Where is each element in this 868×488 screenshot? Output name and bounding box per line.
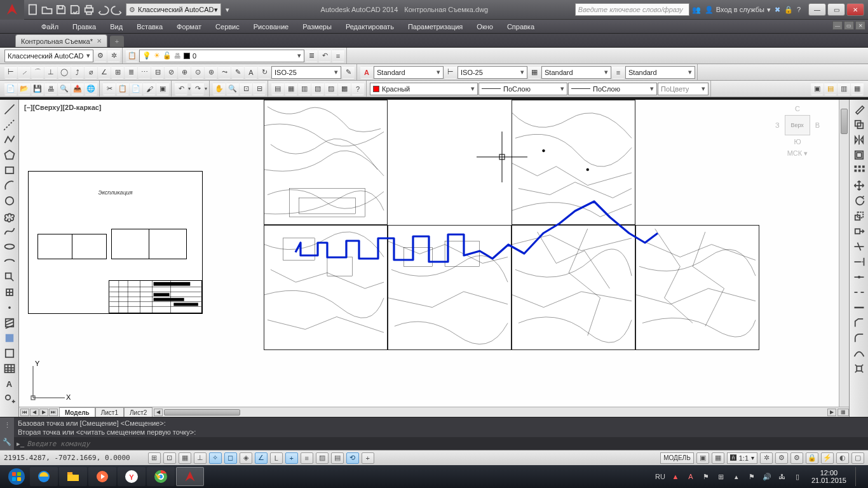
layer-match-icon[interactable]: ≡ (332, 50, 344, 62)
tablestyle-icon[interactable]: ▦ (528, 66, 541, 79)
mdi-restore-button[interactable]: ▭ (844, 21, 854, 30)
menu-dimension[interactable]: Размеры (295, 20, 339, 33)
menu-insert[interactable]: Вставка (130, 20, 170, 33)
qat-saveas-icon[interactable] (69, 3, 81, 16)
tab-prev-icon[interactable]: ◀ (30, 409, 39, 416)
threedwf-icon[interactable]: 🌐 (85, 83, 97, 95)
ellipse-arc-icon[interactable] (3, 255, 17, 269)
qat-open-icon[interactable] (41, 3, 53, 16)
materials-icon[interactable]: ▤ (824, 83, 837, 95)
dim-quick-icon[interactable]: ⊞ (111, 66, 124, 79)
join-icon[interactable] (852, 301, 866, 315)
viewcube-face[interactable]: Верх (785, 115, 810, 135)
workspace-save-icon[interactable]: ✲ (107, 50, 120, 62)
command-input[interactable] (27, 440, 865, 448)
insert-block-icon[interactable] (3, 270, 17, 284)
dim-continue-icon[interactable]: ⋯ (138, 66, 151, 79)
tray-battery-icon[interactable]: ▯ (792, 471, 803, 482)
inspect-icon[interactable]: ⊛ (205, 66, 217, 79)
help-btn-icon[interactable]: ? (351, 83, 364, 95)
publish-icon[interactable]: 📤 (71, 83, 84, 95)
window-maximize-button[interactable]: ▭ (827, 3, 845, 16)
construction-line-icon[interactable] (3, 118, 17, 132)
stayconnected-icon[interactable]: 🔒 (784, 6, 793, 14)
center-mark-icon[interactable]: ⊙ (191, 66, 204, 79)
dim-linear-icon[interactable]: ⊢ (4, 66, 17, 79)
transparency-icon[interactable]: ▨ (316, 452, 329, 464)
workspace-combo[interactable]: Классический AutoCAD▾ (4, 50, 93, 62)
start-button[interactable] (4, 466, 29, 487)
sheetset-icon[interactable]: ▧ (311, 83, 324, 95)
coordinate-readout[interactable]: 21915.4287, -7072.1669, 0.0000 (4, 454, 130, 462)
qat-print-icon[interactable] (83, 3, 95, 16)
dim-aligned-icon[interactable]: ⟋ (18, 66, 31, 79)
menu-window[interactable]: Окно (470, 20, 500, 33)
toolbar-lock-icon[interactable]: 🔒 (806, 452, 818, 464)
dim-break-icon[interactable]: ⊘ (165, 66, 177, 79)
help-icon[interactable]: ? (797, 6, 801, 13)
menu-help[interactable]: Справка (500, 20, 541, 33)
menu-view[interactable]: Вид (103, 20, 130, 33)
mdi-close-button[interactable]: ✕ (855, 21, 865, 30)
tablestyle-combo[interactable]: Standard▾ (541, 66, 611, 79)
copy-obj-icon[interactable] (852, 118, 866, 132)
print-icon[interactable]: 🖶 (44, 83, 57, 95)
blend-icon[interactable] (852, 346, 866, 360)
taskbar-yandex-icon[interactable]: Y (118, 467, 146, 486)
hatch-icon[interactable] (3, 316, 17, 330)
workspace-switch-icon[interactable]: ⚙ (790, 452, 803, 464)
table-icon[interactable] (3, 362, 17, 376)
anno-scale-combo[interactable]: 🅰 1:1 ▾ (727, 452, 757, 464)
break-point-icon[interactable] (852, 270, 866, 284)
model-space-toggle[interactable]: МОДЕЛЬ (660, 452, 693, 464)
qat-save-icon[interactable] (55, 3, 67, 16)
lineweight-display-icon[interactable]: ≡ (301, 452, 313, 464)
toolpalettes-icon[interactable]: ▥ (298, 83, 311, 95)
anno-visibility-icon[interactable]: ✲ (760, 452, 773, 464)
revision-cloud-icon[interactable] (3, 209, 17, 223)
infer-constraints-icon[interactable]: ⊞ (148, 452, 161, 464)
tolerance-icon[interactable]: ⊕ (178, 66, 191, 79)
tab-next-icon[interactable]: ▶ (39, 409, 48, 416)
rectangle-icon[interactable] (3, 163, 17, 177)
dim-update-icon[interactable]: ↻ (258, 66, 271, 79)
show-desktop-button[interactable] (855, 467, 860, 486)
selection-cycling-icon[interactable]: ⟲ (346, 452, 359, 464)
scale-icon[interactable] (852, 209, 866, 223)
menu-tools[interactable]: Сервис (208, 20, 247, 33)
chamfer-icon[interactable] (852, 316, 866, 330)
lineweight-combo[interactable]: ПоСлою▾ (568, 83, 657, 95)
explode-icon[interactable] (852, 362, 866, 376)
break-icon[interactable] (852, 285, 866, 299)
make-block-icon[interactable] (3, 285, 17, 299)
dimstyle2-icon[interactable]: ⊢ (444, 66, 457, 79)
isolate-objects-icon[interactable]: ◐ (836, 452, 849, 464)
layout-quick-view-icon[interactable]: ▦ (837, 409, 849, 416)
infocenter-icon[interactable]: 👥 (692, 6, 701, 14)
menu-edit[interactable]: Правка (65, 20, 103, 33)
layer-manager-icon[interactable]: 📋 (126, 50, 139, 62)
tab-first-icon[interactable]: ⏮ (20, 409, 29, 416)
dimstyle2-combo[interactable]: ISO-25▾ (458, 66, 527, 79)
otrack-icon[interactable]: ∠ (255, 452, 268, 464)
dim-baseline-icon[interactable]: ≣ (125, 66, 137, 79)
groups-icon[interactable]: ▦ (851, 83, 864, 95)
taskbar-explorer-icon[interactable] (59, 467, 87, 486)
taskbar-chrome-icon[interactable] (147, 467, 175, 486)
menu-format[interactable]: Формат (170, 20, 208, 33)
new-icon[interactable]: 📄 (4, 83, 17, 95)
viewcube[interactable]: С З Верх В Ю МСК ▾ (775, 105, 820, 168)
visual-styles-icon[interactable]: ▥ (837, 83, 850, 95)
markup-icon[interactable]: ▨ (325, 83, 337, 95)
tray-volume-icon[interactable]: 🔊 (762, 471, 772, 482)
signin-button[interactable]: 👤 Вход в службы ▾ (705, 6, 771, 14)
window-close-button[interactable]: ✕ (846, 3, 864, 16)
dim-space-icon[interactable]: ⊟ (151, 66, 164, 79)
quickview-drawings-icon[interactable]: ▦ (712, 452, 724, 464)
scroll-left-icon[interactable]: ◀ (154, 409, 163, 416)
new-document-tab[interactable]: + (110, 36, 124, 47)
properties-icon[interactable]: ▤ (271, 83, 284, 95)
plotstyle-combo[interactable]: ПоЦвету▾ (658, 83, 709, 95)
trim-icon[interactable] (852, 240, 866, 254)
save-icon[interactable]: 💾 (31, 83, 44, 95)
